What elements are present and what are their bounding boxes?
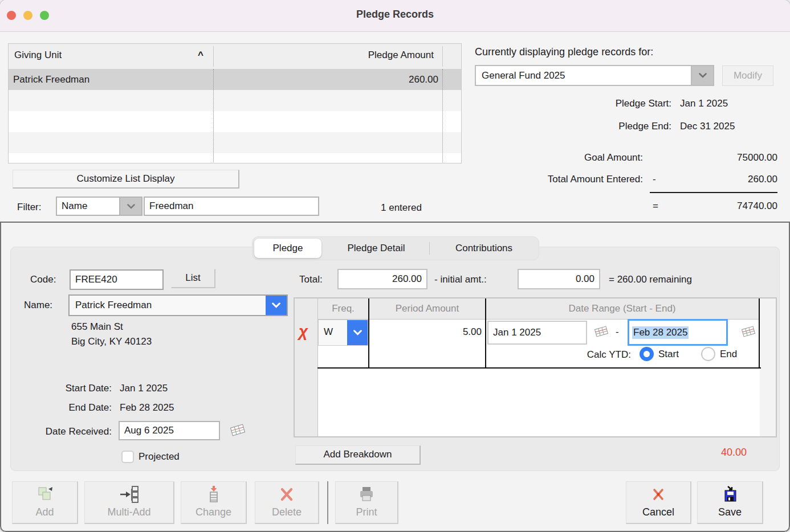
filter-field-chevron-button[interactable]: [119, 198, 141, 215]
fund-heading: Currently displaying pledge records for:: [475, 46, 653, 58]
column-header-giving-unit[interactable]: Giving Unit: [14, 50, 62, 61]
save-button[interactable]: Save: [697, 481, 763, 524]
goal-amount-value: 75000.00: [655, 152, 777, 163]
total-label: Total:: [299, 274, 323, 285]
filter-field-select[interactable]: Name: [56, 197, 142, 216]
calendar-picker-icon[interactable]: [229, 423, 246, 437]
code-input[interactable]: [70, 269, 164, 290]
customize-list-display-button[interactable]: Customize List Display: [13, 170, 239, 189]
name-label: Name:: [24, 300, 52, 311]
chevron-down-icon: [127, 204, 135, 209]
pledge-amount-cell: 260.00: [214, 69, 443, 85]
change-button[interactable]: Change: [181, 481, 247, 524]
fund-select-chevron-button[interactable]: [691, 66, 713, 85]
total-amount-entered-label: Total Amount Entered:: [490, 174, 643, 185]
list-button[interactable]: List: [171, 269, 215, 288]
pledge-end-value: Dec 31 2025: [680, 121, 735, 132]
fund-select[interactable]: General Fund 2025: [475, 65, 714, 86]
date-received-input[interactable]: [119, 421, 220, 440]
start-date-label: Start Date:: [34, 383, 112, 394]
projected-label: Projected: [139, 451, 180, 463]
end-date-label: End Date:: [34, 402, 112, 414]
add-button[interactable]: Add: [12, 481, 78, 524]
pledge-records-window: Pledge Records Giving Unit ^ Pledge Amou…: [0, 0, 790, 532]
projected-checkbox[interactable]: [121, 451, 134, 463]
breakdown-scrollbar-track[interactable]: [760, 298, 776, 436]
filter-label: Filter:: [17, 202, 42, 213]
name-select-chevron-button[interactable]: [266, 296, 287, 315]
chevron-down-icon: [699, 73, 707, 78]
initial-amt-label: - initial amt.:: [434, 274, 487, 285]
table-row-empty: [9, 153, 461, 163]
cancel-button[interactable]: Cancel: [626, 481, 691, 524]
delete-icon: [278, 485, 296, 504]
giving-unit-table-header: Giving Unit ^ Pledge Amount: [9, 44, 461, 69]
modify-button[interactable]: Modify: [722, 66, 773, 86]
subtraction-rule: [650, 192, 777, 193]
date-start-input[interactable]: [487, 321, 587, 345]
entered-count: 1 entered: [381, 202, 422, 214]
breakdown-footer-amount: 40.00: [655, 447, 747, 459]
fund-select-value: General Fund 2025: [482, 70, 565, 81]
freq-select-chevron-button[interactable]: [347, 320, 368, 345]
giving-unit-table: Giving Unit ^ Pledge Amount Patrick Free…: [8, 43, 462, 163]
chevron-down-icon: [353, 330, 362, 335]
total-input[interactable]: [337, 269, 427, 289]
remaining-goal-value: 74740.00: [655, 200, 777, 212]
add-breakdown-button[interactable]: Add Breakdown: [295, 445, 421, 465]
date-end-selected-text: Feb 28 2025: [632, 326, 689, 339]
table-row-empty: [9, 111, 461, 132]
period-amount-value[interactable]: 5.00: [374, 326, 482, 338]
chevron-down-icon: [272, 302, 280, 308]
window-title: Pledge Records: [0, 9, 790, 21]
start-date-value: Jan 1 2025: [120, 383, 168, 394]
calc-ytd-start-radio[interactable]: [640, 347, 654, 361]
print-icon: [357, 485, 376, 504]
delete-button[interactable]: Delete: [255, 481, 319, 524]
save-icon: [721, 485, 739, 504]
tab-pledge-detail[interactable]: Pledge Detail: [323, 237, 429, 260]
calc-ytd-end-label[interactable]: End: [720, 349, 737, 360]
pledge-start-label: Pledge Start:: [541, 98, 671, 109]
filter-field-value: Name: [62, 200, 87, 212]
delete-row-chi-icon[interactable]: χ: [299, 322, 308, 341]
column-header-date-range: Date Range (Start - End): [486, 303, 759, 314]
table-row-selected[interactable]: Patrick Freedman 260.00: [9, 69, 461, 90]
filter-input[interactable]: [144, 197, 319, 216]
name-select[interactable]: Patrick Freedman: [68, 294, 288, 316]
calendar-picker-icon[interactable]: [740, 325, 756, 338]
multi-add-button[interactable]: Multi-Add: [84, 481, 174, 524]
column-header-period-amount: Period Amount: [369, 303, 486, 314]
freq-select[interactable]: W: [318, 320, 368, 346]
cancel-icon: [649, 485, 667, 504]
address-line1: 655 Main St: [71, 321, 123, 333]
breakdown-table-header: Freq. Period Amount Date Range (Start - …: [295, 298, 776, 320]
toolbar-separator: [327, 481, 328, 524]
goal-amount-label: Goal Amount:: [490, 152, 643, 163]
pledge-end-label: Pledge End:: [541, 121, 671, 132]
breakdown-table: Freq. Period Amount Date Range (Start - …: [294, 297, 777, 437]
print-button[interactable]: Print: [335, 481, 398, 524]
tab-contributions[interactable]: Contributions: [430, 237, 538, 260]
total-amount-entered-value: 260.00: [655, 174, 777, 185]
remaining-text: = 260.00 remaining: [609, 274, 692, 285]
code-label: Code:: [30, 274, 56, 285]
calendar-picker-icon[interactable]: [593, 325, 609, 338]
calc-ytd-start-label[interactable]: Start: [658, 349, 679, 360]
column-header-pledge-amount[interactable]: Pledge Amount: [271, 50, 434, 61]
calc-ytd-end-radio[interactable]: [701, 347, 715, 361]
table-row-empty: [9, 132, 461, 153]
initial-amt-input[interactable]: [518, 269, 600, 289]
sort-caret-icon: ^: [198, 50, 203, 61]
date-received-label: Date Received:: [21, 426, 112, 437]
date-end-input[interactable]: Feb 28 2025: [628, 319, 728, 346]
tab-pledge[interactable]: Pledge: [254, 239, 321, 258]
calc-ytd-label: Calc YTD:: [534, 349, 631, 361]
add-icon: [35, 485, 55, 504]
pledge-start-value: Jan 1 2025: [680, 98, 728, 109]
date-range-dash: -: [616, 326, 619, 338]
name-select-value: Patrick Freedman: [75, 300, 152, 311]
freq-select-value: W: [324, 326, 333, 338]
end-date-value: Feb 28 2025: [120, 402, 174, 414]
multi-add-icon: [119, 485, 140, 504]
